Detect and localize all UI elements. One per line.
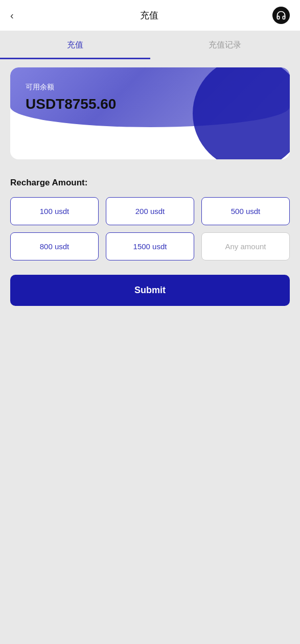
tab-recharge-history[interactable]: 充值记录 xyxy=(150,40,301,59)
balance-label: 可用余额 xyxy=(26,83,116,92)
headset-icon xyxy=(276,10,286,20)
amount-200[interactable]: 200 usdt xyxy=(106,197,194,225)
amount-1500[interactable]: 1500 usdt xyxy=(106,232,194,260)
section-title: Recharge Amount: xyxy=(10,178,290,188)
amount-100[interactable]: 100 usdt xyxy=(10,197,99,225)
amount-800[interactable]: 800 usdt xyxy=(10,232,99,260)
support-button[interactable] xyxy=(272,7,290,24)
tab-bar: 充值 充值记录 xyxy=(0,31,300,59)
back-button[interactable]: ‹ xyxy=(10,10,26,21)
header: ‹ 充值 xyxy=(0,0,300,31)
balance-card: 可用余额 USDT8755.60 xyxy=(10,67,290,159)
submit-button[interactable]: Submit xyxy=(10,275,290,306)
balance-content: 可用余额 USDT8755.60 xyxy=(26,83,116,112)
amount-500[interactable]: 500 usdt xyxy=(201,197,290,225)
amount-any[interactable]: Any amount xyxy=(201,232,290,260)
card-circle-decoration xyxy=(193,67,290,159)
amount-grid: 100 usdt 200 usdt 500 usdt 800 usdt 1500… xyxy=(10,197,290,260)
page-title: 充值 xyxy=(140,9,158,21)
recharge-section: Recharge Amount: 100 usdt 200 usdt 500 u… xyxy=(0,168,300,306)
balance-amount: USDT8755.60 xyxy=(26,96,116,112)
tab-recharge[interactable]: 充值 xyxy=(0,40,150,59)
